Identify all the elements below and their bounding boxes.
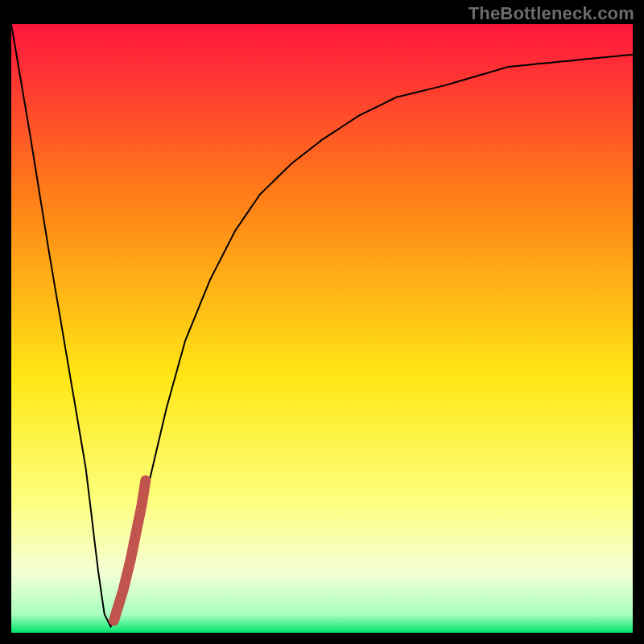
gradient-background <box>11 24 633 633</box>
bottleneck-chart <box>11 24 633 633</box>
plot-area <box>11 24 633 633</box>
chart-frame: TheBottleneck.com <box>0 0 644 644</box>
watermark-text: TheBottleneck.com <box>469 3 634 24</box>
